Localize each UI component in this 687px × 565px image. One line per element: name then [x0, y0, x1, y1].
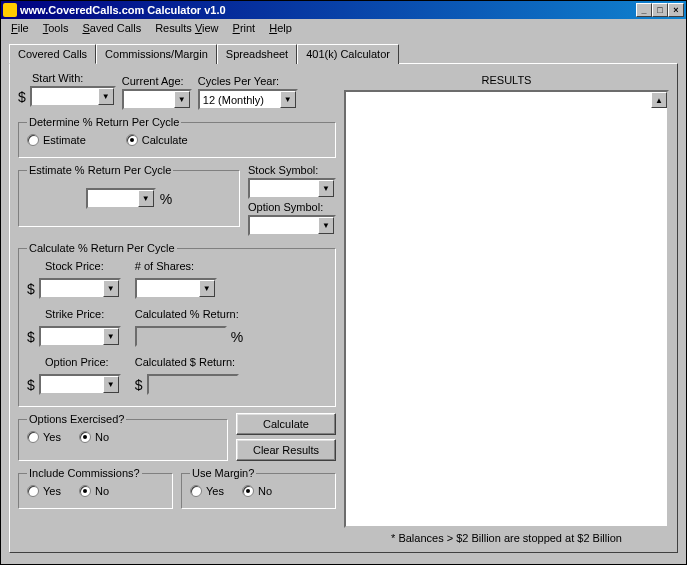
estimate-radio[interactable]: Estimate: [27, 134, 86, 146]
include-commissions-group: Include Commissions? Yes No: [18, 467, 173, 509]
commissions-yes-radio[interactable]: Yes: [27, 485, 61, 497]
start-with-label: Start With:: [18, 72, 116, 84]
strike-price-combo[interactable]: ▼: [39, 326, 121, 347]
current-age-combo[interactable]: ▼: [122, 89, 192, 110]
app-window: www.CoveredCalls.com Calculator v1.0 _ □…: [0, 0, 687, 565]
dollar-sign-start: $: [18, 89, 26, 105]
tab-spreadsheet[interactable]: Spreadsheet: [217, 44, 297, 64]
determine-return-group: Determine % Return Per Cycle Estimate Ca…: [18, 116, 336, 158]
cycles-per-year-combo[interactable]: 12 (Monthly)▼: [198, 89, 298, 110]
results-header: RESULTS: [344, 72, 669, 90]
menu-help[interactable]: Help: [263, 21, 298, 35]
num-shares-combo[interactable]: ▼: [135, 278, 217, 299]
stock-symbol-label: Stock Symbol:: [248, 164, 336, 176]
dollar-sign-calc: $: [135, 377, 143, 393]
calc-dollar-return-label: Calculated $ Return:: [135, 356, 243, 368]
chevron-down-icon: ▼: [98, 88, 114, 105]
right-column: RESULTS ▲ * Balances > $2 Billion are st…: [344, 72, 669, 544]
tab-strip: Covered Calls Commissions/Margin Spreads…: [9, 44, 678, 64]
calc-pct-return-label: Calculated % Return:: [135, 308, 243, 320]
menu-tools[interactable]: Tools: [37, 21, 75, 35]
dollar-sign-strike: $: [27, 329, 35, 345]
menu-saved-calls[interactable]: Saved Calls: [76, 21, 147, 35]
calculate-button[interactable]: Calculate: [236, 413, 336, 435]
menu-print[interactable]: Print: [227, 21, 262, 35]
chevron-down-icon: ▼: [199, 280, 215, 297]
use-margin-legend: Use Margin?: [190, 467, 256, 479]
tab-401k-calculator[interactable]: 401(k) Calculator: [297, 44, 399, 64]
chevron-down-icon: ▼: [318, 180, 334, 197]
strike-price-label: Strike Price:: [27, 308, 121, 320]
calculate-return-legend: Calculate % Return Per Cycle: [27, 242, 177, 254]
calc-pct-return-output: [135, 326, 227, 347]
results-textarea[interactable]: ▲: [344, 90, 669, 528]
cycles-per-year-label: Cycles Per Year:: [198, 75, 298, 87]
app-icon: [3, 3, 17, 17]
margin-no-radio[interactable]: No: [242, 485, 272, 497]
clear-results-button[interactable]: Clear Results: [236, 439, 336, 461]
close-button[interactable]: ×: [668, 3, 684, 17]
menu-results-view[interactable]: Results View: [149, 21, 224, 35]
options-exercised-legend: Options Exercised?: [27, 413, 126, 425]
cycles-value: 12 (Monthly): [203, 94, 264, 106]
client-area: Covered Calls Commissions/Margin Spreads…: [1, 37, 686, 557]
chevron-down-icon: ▼: [318, 217, 334, 234]
chevron-down-icon: ▼: [103, 280, 119, 297]
chevron-down-icon: ▼: [174, 91, 190, 108]
option-price-combo[interactable]: ▼: [39, 374, 121, 395]
option-symbol-combo[interactable]: ▼: [248, 215, 336, 236]
dollar-sign-option: $: [27, 377, 35, 393]
estimate-percent-combo[interactable]: ▼: [86, 188, 156, 209]
chevron-down-icon: ▼: [103, 328, 119, 345]
estimate-return-legend: Estimate % Return Per Cycle: [27, 164, 173, 176]
dollar-sign-stock: $: [27, 281, 35, 297]
tab-covered-calls[interactable]: Covered Calls: [9, 44, 96, 64]
minimize-button[interactable]: _: [636, 3, 652, 17]
exercised-no-radio[interactable]: No: [79, 431, 109, 443]
use-margin-group: Use Margin? Yes No: [181, 467, 336, 509]
stock-symbol-combo[interactable]: ▼: [248, 178, 336, 199]
menubar: File Tools Saved Calls Results View Prin…: [1, 19, 686, 37]
option-price-label: Option Price:: [27, 356, 121, 368]
chevron-down-icon: ▼: [280, 91, 296, 108]
calculate-radio[interactable]: Calculate: [126, 134, 188, 146]
commissions-no-radio[interactable]: No: [79, 485, 109, 497]
include-commissions-legend: Include Commissions?: [27, 467, 142, 479]
scroll-up-button[interactable]: ▲: [651, 92, 667, 108]
tab-panel: Start With: $ ▼ Current Age: ▼ Cycles Pe…: [9, 63, 678, 553]
percent-sign-est: %: [160, 191, 172, 207]
balance-footnote: * Balances > $2 Billion are stopped at $…: [344, 528, 669, 544]
current-age-label: Current Age:: [122, 75, 192, 87]
percent-sign-calc: %: [231, 329, 243, 345]
calc-dollar-return-output: [147, 374, 239, 395]
chevron-down-icon: ▼: [103, 376, 119, 393]
options-exercised-group: Options Exercised? Yes No: [18, 413, 228, 461]
tab-commissions-margin[interactable]: Commissions/Margin: [96, 44, 217, 64]
stock-price-label: Stock Price:: [27, 260, 121, 272]
menu-file[interactable]: File: [5, 21, 35, 35]
start-with-combo[interactable]: ▼: [30, 86, 116, 107]
margin-yes-radio[interactable]: Yes: [190, 485, 224, 497]
window-controls: _ □ ×: [636, 3, 684, 17]
estimate-return-group: Estimate % Return Per Cycle ▼ %: [18, 164, 240, 227]
stock-price-combo[interactable]: ▼: [39, 278, 121, 299]
determine-return-legend: Determine % Return Per Cycle: [27, 116, 181, 128]
maximize-button[interactable]: □: [652, 3, 668, 17]
exercised-yes-radio[interactable]: Yes: [27, 431, 61, 443]
num-shares-label: # of Shares:: [135, 260, 243, 272]
option-symbol-label: Option Symbol:: [248, 201, 336, 213]
chevron-down-icon: ▼: [138, 190, 154, 207]
calculate-return-group: Calculate % Return Per Cycle Stock Price…: [18, 242, 336, 407]
top-fields-row: Start With: $ ▼ Current Age: ▼ Cycles Pe…: [18, 72, 336, 110]
window-title: www.CoveredCalls.com Calculator v1.0: [20, 4, 636, 16]
titlebar: www.CoveredCalls.com Calculator v1.0 _ □…: [1, 1, 686, 19]
left-column: Start With: $ ▼ Current Age: ▼ Cycles Pe…: [18, 72, 336, 544]
